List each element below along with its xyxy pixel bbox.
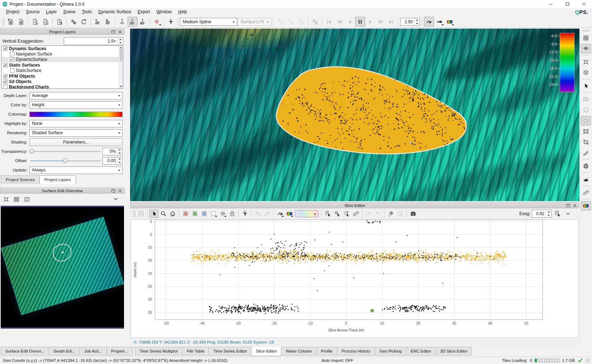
float-panel-icon[interactable] — [110, 29, 116, 34]
dock-tab-slice-editor[interactable]: Slice Editor — [251, 347, 281, 356]
surface-shading-button[interactable] — [93, 17, 103, 26]
close-panel-icon[interactable] — [572, 203, 578, 208]
slice-tool-button[interactable] — [581, 148, 591, 157]
pick-bearing-button[interactable] — [342, 210, 351, 218]
layer-tree-item-pfm-objects[interactable]: ✓PFM Objects — [2, 73, 123, 79]
slice-settings-button[interactable] — [553, 210, 562, 218]
sounding-select-beam-button[interactable] — [117, 17, 127, 26]
column-view-button[interactable] — [396, 210, 405, 218]
resize-grip[interactable] — [586, 358, 590, 363]
offset-slider[interactable] — [29, 157, 101, 164]
redo-button[interactable] — [263, 210, 272, 218]
undo-edit-button[interactable] — [373, 210, 382, 218]
rectangle-mode-button[interactable] — [209, 210, 218, 218]
close-panel-icon[interactable] — [117, 188, 123, 193]
measure-tool-button[interactable] — [581, 188, 591, 197]
layer-tree-item-staticsurface[interactable]: StaticSurface — [2, 68, 123, 73]
colormap-select[interactable] — [29, 112, 123, 117]
brush-edit-button[interactable] — [386, 210, 395, 218]
minimize-button[interactable] — [543, 0, 559, 8]
create-static-surface-button[interactable] — [16, 17, 26, 26]
reset-3d-view-button[interactable] — [581, 68, 591, 77]
geodetic-tool-button[interactable] — [581, 161, 591, 171]
filter-soundings-button[interactable] — [240, 210, 249, 218]
selection-edit-button[interactable] — [152, 17, 162, 26]
color-scale-combo[interactable] — [295, 210, 319, 217]
layer-tree-item-dynamic-surfaces[interactable]: ✓Dynamic Surfaces — [2, 46, 123, 51]
point-size-button[interactable] — [276, 210, 285, 218]
show-point-cloud-button[interactable] — [424, 17, 434, 26]
overview-3d-thumbnail[interactable] — [1, 206, 124, 329]
menu-tools[interactable]: Tools — [78, 8, 95, 16]
menu-project[interactable]: Project — [3, 8, 23, 16]
go-first-button[interactable] — [324, 17, 334, 26]
go-last-button[interactable] — [386, 17, 396, 26]
playback-interval[interactable]: 2.50 — [400, 18, 420, 26]
layer-checkbox[interactable]: ✓ — [3, 79, 8, 84]
layer-checkbox[interactable]: ✓ — [3, 63, 8, 67]
filter-area-1-button[interactable] — [275, 17, 285, 26]
menu-dynamic-surface[interactable]: Dynamic Surface — [95, 8, 134, 16]
dock-tab-job-acti-[interactable]: Job Acti... — [80, 347, 107, 355]
layer-tree-item-navigation-surface[interactable]: Navigation Surface — [2, 51, 123, 57]
add-raw-sonar-files-button[interactable] — [30, 17, 40, 26]
select-soundings-button[interactable] — [200, 210, 209, 218]
sounding-select-area-button[interactable] — [138, 17, 148, 26]
pointer-tool-button[interactable] — [581, 81, 591, 91]
filter-area-2-button[interactable] — [286, 17, 296, 26]
layer-checkbox[interactable] — [10, 68, 14, 73]
undo-button[interactable] — [253, 210, 262, 218]
layer-display-button[interactable] — [581, 44, 591, 53]
dock-tab-file-table[interactable]: File Table — [182, 347, 209, 355]
highlight-by-select[interactable]: None — [29, 120, 123, 127]
dock-tab-3d-slice-editor[interactable]: 3D Slice Editor — [435, 347, 472, 355]
layer-tree-item-dynamicsurface[interactable]: ✓DynamicSurface — [2, 57, 123, 62]
menu-help[interactable]: Help — [175, 8, 190, 16]
transparency-value[interactable]: 0% — [102, 148, 123, 155]
point-display-options-button[interactable] — [434, 17, 444, 26]
tab-project-sources[interactable]: Project Sources — [1, 175, 40, 183]
float-panel-icon[interactable] — [110, 188, 116, 193]
zoom-tool-button[interactable] — [159, 210, 168, 218]
overview-zoom-extents-button[interactable] — [1, 195, 10, 204]
measure-button[interactable] — [351, 210, 360, 218]
layer-checkbox[interactable] — [10, 52, 14, 56]
select-ellipse-tool-button[interactable] — [581, 116, 591, 125]
depth-layer-select[interactable]: Average — [29, 92, 123, 100]
close-panel-icon[interactable] — [117, 29, 123, 34]
pick-point-button[interactable] — [333, 210, 342, 218]
maximize-button[interactable] — [559, 0, 576, 8]
menu-source[interactable]: Source — [23, 8, 43, 16]
color-by-select[interactable]: Height — [29, 101, 123, 109]
slice-plot[interactable]: 05101520253035-50-40-30-20-1001020304050… — [131, 219, 579, 338]
layer-tree-item-sd-objects[interactable]: ✓Sd Objects — [2, 79, 123, 84]
layer-tree-item-background-charts[interactable]: Background Charts — [2, 84, 123, 89]
overview-grid-button[interactable] — [12, 195, 21, 204]
vertical-exaggeration-spinner[interactable]: 1.5× — [64, 37, 123, 45]
edit-points-tool-button[interactable] — [581, 137, 591, 147]
sounding-filter-button[interactable] — [166, 17, 176, 26]
files-filter-combo[interactable]: Surface's Files — [238, 18, 271, 26]
pause-button[interactable] — [355, 17, 365, 26]
add-processed-point-files-button[interactable] — [40, 17, 51, 26]
select-polygon-tool-button[interactable] — [581, 105, 591, 115]
ellipse-mode-button[interactable] — [218, 210, 227, 218]
rendering-select[interactable]: Shaded Surface — [29, 129, 123, 137]
layer-tree-item-static-surfaces[interactable]: ✓Static Surfaces — [2, 62, 123, 68]
dock-tab-enc-editor[interactable]: ENC Editor — [406, 347, 436, 355]
lock-edits-button[interactable] — [228, 210, 237, 218]
menu-scene[interactable]: Scene — [60, 8, 78, 16]
redo-edit-button[interactable] — [364, 210, 373, 218]
snapshot-button[interactable] — [409, 210, 417, 218]
tree-scrollbar[interactable] — [119, 46, 123, 88]
dock-tab-time-series-multiplot[interactable]: Time Series Multiplot — [135, 347, 182, 355]
create-dynamic-surface-button[interactable] — [6, 17, 16, 26]
point-colormap-button[interactable] — [445, 17, 455, 26]
edit-rectangle-tool-button[interactable] — [581, 127, 591, 136]
dock-tab-geo-picking[interactable]: Geo Picking — [375, 347, 406, 355]
rebuild-surface-button[interactable] — [79, 17, 89, 26]
pointer-tool-button[interactable] — [149, 210, 158, 218]
select-rectangle-tool-button[interactable] — [581, 94, 591, 104]
dock-tab-time-series-editor[interactable]: Time Series Editor — [209, 347, 252, 355]
profile-tool-button[interactable] — [581, 175, 591, 184]
